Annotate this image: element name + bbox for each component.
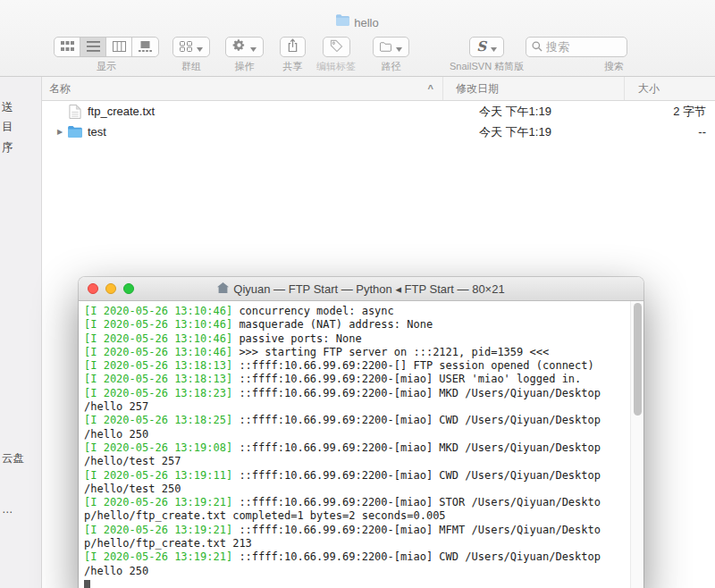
traffic-lights (88, 277, 134, 300)
terminal-line: /hello/test 250 (84, 483, 628, 496)
chevron-down-icon (250, 39, 257, 55)
terminal-line: p/hello/ftp_create.txt completed=1 bytes… (84, 509, 628, 523)
action-control: 操作 (225, 37, 264, 73)
terminal-line: [I 2020-05-26 13:18:13] ::ffff:10.66.99.… (84, 359, 628, 373)
sidebar-item-fragment[interactable]: … (2, 503, 13, 516)
share-label: 共享 (283, 60, 303, 73)
path-label: 路径 (382, 60, 401, 73)
list-view-button[interactable] (80, 38, 106, 56)
share-button[interactable] (280, 37, 306, 57)
name-column-label: 名称 (49, 81, 71, 97)
terminal-line: [I 2020-05-26 13:18:23] ::ffff:10.66.99.… (84, 387, 628, 400)
chevron-down-icon (396, 39, 402, 55)
table-row[interactable]: ▶ test 今天 下午1:19 -- (42, 122, 715, 142)
terminal-line: [I 2020-05-26 13:10:46] passive ports: N… (84, 332, 628, 346)
finder-titlebar[interactable]: hello (0, 0, 715, 34)
snailsvn-label: SnailSVN 精简版 (450, 60, 524, 73)
terminal-line: [I 2020-05-26 13:19:11] ::ffff:10.66.99.… (84, 469, 628, 483)
chevron-down-icon (197, 39, 203, 55)
minimize-button[interactable] (105, 283, 116, 294)
group-icon (180, 39, 192, 55)
file-name: test (88, 125, 106, 139)
search-field[interactable] (526, 37, 627, 57)
terminal-cursor-line (84, 578, 628, 588)
finder-chrome: hello (0, 0, 715, 77)
gear-icon (232, 38, 246, 55)
snailsvn-icon: S (476, 40, 486, 54)
snailsvn-control: S SnailSVN 精简版 (450, 37, 524, 73)
file-name-cell: ▶ test (42, 122, 443, 142)
column-header-name[interactable]: 名称 ^ (42, 77, 443, 100)
disclosure-triangle-icon[interactable]: ▶ (55, 128, 64, 136)
terminal-titlebar[interactable]: Qiyuan — FTP Start — Python ◂ FTP Start … (79, 277, 644, 301)
terminal-line: [I 2020-05-26 13:18:25] ::ffff:10.66.99.… (84, 414, 628, 427)
sort-ascending-icon: ^ (428, 83, 433, 94)
terminal-line: [I 2020-05-26 13:19:21] ::ffff:10.66.99.… (84, 524, 628, 537)
grid-view-icon (61, 39, 74, 55)
group-label: 群组 (181, 60, 201, 73)
path-button[interactable] (373, 37, 409, 57)
table-row[interactable]: ▶ ftp_create.txt 今天 下午1:19 2 字节 (42, 101, 715, 122)
terminal-scrollbar[interactable] (630, 301, 644, 588)
terminal-cursor (84, 580, 90, 588)
action-label: 操作 (235, 60, 255, 73)
group-control: 群组 (172, 37, 210, 73)
terminal-lines: [I 2020-05-26 13:10:46] concurrency mode… (84, 305, 628, 588)
terminal-line: [I 2020-05-26 13:18:13] ::ffff:10.66.99.… (84, 373, 628, 386)
view-control-group: 显示 (54, 37, 159, 73)
folder-icon (67, 126, 83, 138)
column-header-date[interactable]: 修改日期 (443, 77, 625, 100)
file-list: ▶ ftp_create.txt 今天 下午1:19 2 字节 ▶ test 今… (42, 101, 715, 142)
sidebar-item-fragment[interactable]: 送 (2, 100, 13, 115)
group-button[interactable] (172, 37, 210, 57)
file-size: -- (625, 125, 715, 139)
path-control: 路径 (373, 37, 409, 73)
terminal-line: [I 2020-05-26 13:10:46] masquerade (NAT)… (84, 318, 628, 332)
view-label: 显示 (97, 60, 116, 73)
terminal-title: Qiyuan — FTP Start — Python ◂ FTP Start … (217, 282, 504, 296)
icon-view-button[interactable] (55, 38, 80, 56)
snailsvn-button[interactable]: S (469, 37, 504, 57)
terminal-title-text: Qiyuan — FTP Start — Python ◂ FTP Start … (233, 282, 504, 296)
action-button[interactable] (225, 37, 264, 57)
close-button[interactable] (88, 283, 98, 294)
terminal-line: [I 2020-05-26 13:19:21] ::ffff:10.66.99.… (84, 550, 628, 564)
column-view-icon (113, 39, 126, 55)
gallery-view-icon (139, 39, 152, 55)
sidebar-item-fragment[interactable]: 云盘 (2, 451, 24, 466)
edit-tags-button[interactable] (323, 37, 350, 57)
chevron-down-icon (491, 39, 497, 55)
terminal-line: p/hello/ftp_create.txt 213 (84, 537, 628, 550)
file-name: ftp_create.txt (88, 105, 155, 118)
screen: hello (0, 0, 715, 588)
document-icon (67, 105, 83, 119)
file-name-cell: ▶ ftp_create.txt (42, 101, 443, 122)
terminal-line: [I 2020-05-26 13:19:08] ::ffff:10.66.99.… (84, 441, 628, 455)
date-column-label: 修改日期 (456, 81, 499, 97)
search-control: 搜索 (526, 37, 627, 73)
zoom-button[interactable] (123, 283, 134, 294)
sidebar-item-fragment[interactable]: 目 (2, 120, 13, 135)
finder-toolbar: 显示 群组 操作 (0, 34, 715, 76)
size-column-label: 大小 (638, 81, 660, 97)
scrollbar-thumb[interactable] (634, 303, 642, 416)
share-control: 共享 (280, 37, 306, 73)
terminal-line: /hello 250 (84, 565, 628, 578)
finder-sidebar: 送目序云盘… (0, 77, 42, 588)
terminal-body[interactable]: [I 2020-05-26 13:10:46] concurrency mode… (79, 301, 644, 588)
sidebar-item-fragment[interactable]: 序 (2, 140, 13, 155)
terminal-window: Qiyuan — FTP Start — Python ◂ FTP Start … (79, 277, 644, 588)
share-icon (287, 38, 299, 56)
column-view-button[interactable] (106, 38, 132, 56)
gallery-view-button[interactable] (132, 38, 158, 56)
column-header-size[interactable]: 大小 (625, 77, 715, 100)
search-input[interactable] (546, 40, 618, 54)
tags-control: 编辑标签 (316, 37, 356, 73)
tags-label: 编辑标签 (316, 60, 356, 73)
folder-proxy-icon (336, 13, 349, 29)
terminal-line: /hello 250 (84, 428, 628, 441)
file-date: 今天 下午1:19 (443, 104, 625, 120)
terminal-line: /hello/test 257 (84, 455, 628, 468)
terminal-line: /hello 257 (84, 400, 628, 414)
terminal-line: [I 2020-05-26 13:19:21] ::ffff:10.66.99.… (84, 496, 628, 509)
